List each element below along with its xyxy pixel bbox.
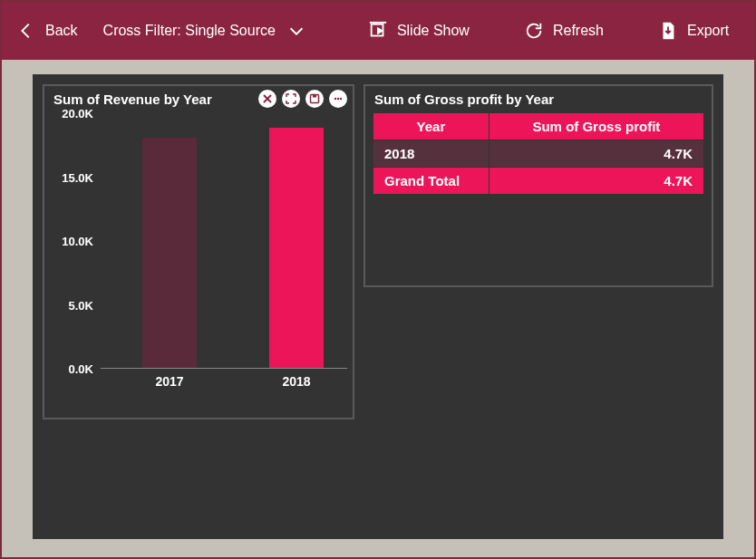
dashboard-stage: Sum of Revenue by Year	[33, 74, 723, 539]
chart-area: 0.0K5.0K10.0K15.0K20.0K 20172018	[44, 113, 353, 410]
y-axis: 0.0K5.0K10.0K15.0K20.0K	[44, 113, 97, 369]
refresh-icon	[524, 21, 544, 41]
chart-plot[interactable]	[101, 113, 347, 369]
slide-show-button[interactable]: Slide Show	[363, 2, 475, 60]
close-panel-button[interactable]	[258, 90, 276, 108]
gross-profit-table-panel: Sum of Gross profit by Year Year Sum of …	[363, 84, 713, 287]
slide-show-icon	[368, 21, 388, 41]
back-icon	[16, 21, 36, 41]
svg-point-9	[340, 97, 342, 99]
export-label: Export	[687, 23, 729, 39]
cross-filter-label: Cross Filter: Single Source	[103, 23, 276, 39]
revenue-chart-panel: Sum of Revenue by Year	[43, 84, 354, 419]
more-panel-button[interactable]	[329, 90, 347, 108]
refresh-label: Refresh	[553, 23, 604, 39]
x-axis: 20172018	[101, 374, 347, 396]
x-tick-label: 2017	[142, 374, 197, 389]
table-total-row: Grand Total 4.7K	[373, 168, 704, 195]
gross-profit-table: Year Sum of Gross profit 2018 4.7K Grand…	[373, 112, 704, 195]
svg-marker-1	[378, 28, 383, 34]
cell-value: 4.7K	[489, 140, 703, 168]
export-button[interactable]: Export	[653, 2, 734, 60]
svg-rect-6	[313, 94, 316, 97]
chevron-down-icon	[286, 21, 306, 41]
save-panel-button[interactable]	[305, 90, 324, 108]
col-value: Sum of Gross profit	[489, 113, 703, 140]
total-value: 4.7K	[489, 168, 703, 195]
back-label: Back	[45, 23, 78, 39]
y-tick-label: 0.0K	[44, 362, 93, 376]
y-tick-label: 20.0K	[44, 107, 93, 120]
expand-panel-button[interactable]	[282, 90, 300, 108]
y-tick-label: 10.0K	[44, 235, 93, 248]
panel-actions	[258, 90, 347, 108]
svg-point-7	[334, 97, 336, 99]
chart-bar[interactable]	[142, 138, 197, 368]
table-header-row: Year Sum of Gross profit	[373, 113, 704, 140]
total-label: Grand Total	[373, 168, 489, 195]
back-button[interactable]: Back	[11, 2, 83, 60]
refresh-button[interactable]: Refresh	[519, 2, 609, 60]
cross-filter-dropdown[interactable]: Cross Filter: Single Source	[98, 2, 312, 60]
y-tick-label: 15.0K	[44, 170, 93, 184]
cell-year: 2018	[373, 140, 489, 168]
y-tick-label: 5.0K	[44, 298, 93, 312]
export-icon	[658, 21, 678, 41]
x-tick-label: 2018	[269, 374, 324, 389]
chart-bar[interactable]	[269, 128, 324, 368]
toolbar: Back Cross Filter: Single Source Slide S…	[2, 2, 754, 60]
col-year: Year	[373, 113, 489, 140]
svg-point-8	[337, 97, 339, 99]
slide-show-label: Slide Show	[397, 23, 470, 39]
table-row[interactable]: 2018 4.7K	[373, 140, 704, 168]
table-title: Sum of Gross profit by Year	[365, 86, 712, 111]
